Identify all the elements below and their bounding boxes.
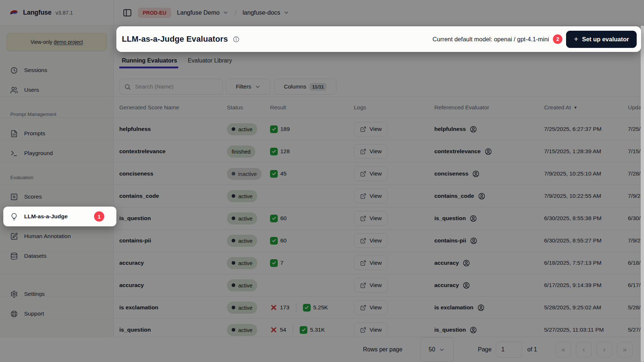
result-cell: 60	[270, 207, 287, 229]
view-logs-button[interactable]: View	[354, 144, 388, 159]
setup-evaluator-button[interactable]: Set up evaluator	[566, 31, 637, 48]
view-logs-label: View	[370, 170, 382, 177]
referenced-evaluator-cell: accuracy	[434, 274, 470, 296]
result-count: 7	[280, 260, 284, 266]
referenced-evaluator-name: contains_code	[434, 193, 474, 199]
tab-evaluator-library[interactable]: Evaluator Library	[188, 54, 232, 67]
created-at-cell: 6/18/2025, 7:57:13 PM	[544, 252, 602, 274]
view-logs-button[interactable]: View	[354, 256, 388, 270]
next-page-button[interactable]: ›	[596, 342, 612, 358]
project-name: langfuse-docs	[243, 9, 280, 16]
status-dot-icon	[232, 328, 235, 332]
rows-per-page-label: Rows per page	[363, 337, 402, 362]
pass-check-icon	[270, 148, 278, 155]
sidebar-item-label: LLM-as-a-Judge	[24, 213, 68, 220]
view-logs-button[interactable]: View	[354, 166, 388, 181]
view-logs-button[interactable]: View	[354, 189, 388, 203]
column-header-referenced-evaluator[interactable]: Referenced Evaluator	[434, 97, 489, 118]
sidebar-item-label: Sessions	[24, 67, 47, 73]
table-row[interactable]: helpfulnessactive189Viewhelpfulness7/25/…	[0, 118, 644, 140]
status-label: active	[238, 282, 252, 289]
table-row[interactable]: contains_codeactiveViewcontains_code7/9/…	[0, 185, 644, 207]
result-cell: 45	[270, 163, 287, 185]
external-link-icon	[360, 327, 366, 333]
clock-icon	[10, 67, 18, 74]
panel-left-toggle-icon[interactable]	[123, 8, 132, 18]
langfuse-logo-icon	[9, 8, 19, 18]
table-row[interactable]: is exclamationactive1735.25KViewis excla…	[0, 297, 644, 319]
score-name: conciseness	[119, 170, 153, 177]
table-row[interactable]: is_questionactive545.31KViewis_question5…	[0, 319, 644, 337]
status-label: active	[238, 260, 252, 266]
view-logs-button[interactable]: View	[354, 323, 388, 337]
info-icon[interactable]	[233, 36, 240, 43]
prev-page-button[interactable]: ‹	[576, 342, 592, 358]
column-header-status[interactable]: Status	[227, 97, 243, 118]
demo-project-link[interactable]: demo project	[54, 39, 83, 45]
result-divider	[296, 303, 296, 312]
status-dot-icon	[232, 194, 235, 198]
view-logs-label: View	[370, 282, 382, 289]
project-switcher[interactable]: langfuse-docs	[243, 9, 289, 16]
table-row[interactable]: contains-piiactive60Viewcontains-pii6/30…	[0, 230, 644, 252]
sidebar-item-sessions[interactable]: Sessions	[0, 60, 114, 80]
last-page-button[interactable]: »	[617, 342, 633, 358]
filters-button[interactable]: Filters	[226, 79, 270, 95]
referenced-evaluator-cell: contextrelevance	[434, 140, 492, 162]
columns-button[interactable]: Columns 11/11	[274, 79, 336, 95]
column-header-result[interactable]: Result	[270, 97, 286, 118]
notice-text: View-only	[30, 39, 53, 45]
column-header-created-at[interactable]: Created At▼	[544, 97, 577, 118]
view-only-notice: View-only demo project	[7, 33, 107, 51]
table-row[interactable]: concisenessinactive45Viewconciseness7/9/…	[0, 163, 644, 185]
column-header-label: Logs	[354, 104, 366, 111]
score-name: is_question	[119, 327, 151, 333]
tab-running-evaluators[interactable]: Running Evaluators	[122, 54, 177, 67]
status-badge: active	[227, 212, 257, 225]
column-header-logs[interactable]: Logs	[354, 97, 366, 118]
view-logs-label: View	[370, 193, 382, 199]
view-logs-label: View	[370, 260, 382, 266]
view-logs-button[interactable]: View	[354, 300, 388, 315]
first-page-button[interactable]: «	[555, 342, 571, 358]
column-header-generated-score-name[interactable]: Generated Score Name	[119, 97, 179, 118]
status-cell: active	[227, 252, 257, 274]
table-row[interactable]: contextrelevancefinished128Viewcontextre…	[0, 140, 644, 163]
external-link-icon	[360, 282, 366, 289]
score-name-cell: is_question	[119, 319, 151, 337]
sidebar-item-llm-as-a-judge[interactable]: LLM-as-a-Judge1	[3, 207, 116, 226]
cross-icon	[270, 326, 277, 333]
view-logs-label: View	[370, 237, 382, 244]
user-circle-icon	[463, 259, 470, 267]
status-dot-icon	[232, 283, 235, 287]
view-logs-button[interactable]: View	[354, 122, 388, 136]
search-input[interactable]	[134, 83, 218, 90]
status-label: active	[238, 193, 252, 199]
view-logs-button[interactable]: View	[354, 278, 388, 293]
table-row[interactable]: accuracyactiveViewaccuracy6/17/2025, 9:1…	[0, 274, 644, 297]
status-label: active	[238, 126, 252, 132]
plus-icon	[574, 35, 578, 43]
referenced-evaluator-cell: is_question	[434, 207, 477, 229]
score-name-cell: is exclamation	[119, 297, 158, 318]
chevron-down-icon	[283, 10, 289, 16]
scrollbar[interactable]	[641, 26, 644, 362]
org-switcher[interactable]: Langfuse Demo	[177, 9, 229, 16]
view-logs-button[interactable]: View	[354, 211, 388, 226]
chevron-down-icon	[222, 10, 229, 16]
score-name-cell: contains_code	[119, 185, 159, 207]
user-circle-icon	[469, 326, 477, 334]
result-cell: 545.31K	[270, 319, 325, 337]
page-number-input[interactable]	[496, 342, 522, 358]
referenced-evaluator-name: conciseness	[434, 170, 468, 177]
table-header: Generated Score NameStatusResultLogsRefe…	[0, 97, 644, 118]
pass-check-icon	[270, 237, 278, 245]
page-header-spotlight: LLM-as-a-Judge Evaluators Current defaul…	[116, 26, 641, 52]
view-logs-button[interactable]: View	[354, 233, 388, 248]
table-row[interactable]: accuracyactive7Viewaccuracy6/18/2025, 7:…	[0, 252, 644, 274]
status-dot-icon	[232, 216, 235, 220]
view-logs-label: View	[370, 327, 382, 333]
rows-per-page-select[interactable]: 50	[420, 337, 454, 362]
pagination-nav: «‹›»	[555, 337, 633, 362]
tour-step-badge: 2	[553, 34, 562, 44]
